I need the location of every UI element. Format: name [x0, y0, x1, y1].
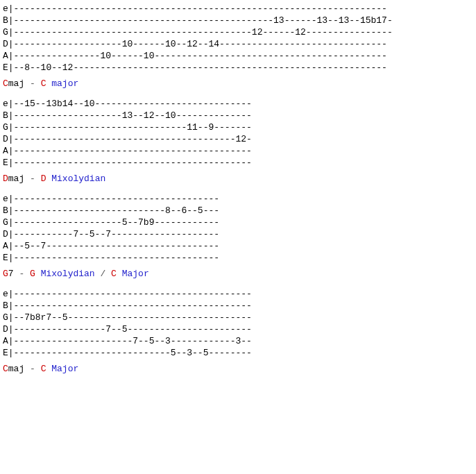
tab-string-G: G|--------------------------------------… [3, 27, 393, 37]
separator: - [24, 364, 40, 374]
scale-name: Mixolydian [35, 269, 95, 279]
chord-root: G [3, 269, 8, 279]
separator: - [24, 78, 40, 89]
tab-string-B: B|--------------------------------------… [3, 301, 252, 311]
tab-string-A: A|----------------------7--5--3---------… [3, 336, 252, 346]
tab-string-e: e|--------------------------------------… [3, 3, 387, 14]
tab-string-E: E|-----------------------------5--3--5--… [3, 348, 252, 358]
scale2-root: C [111, 269, 117, 279]
tab-block-3: e|--------------------------------------… [3, 193, 473, 264]
chord-quality: maj [8, 364, 24, 374]
chord-root: C [3, 364, 8, 374]
tab-block-1: e|--------------------------------------… [3, 3, 473, 74]
tab-string-e: e|--------------------------------------… [3, 289, 252, 299]
chord-label-4: Cmaj - C Major [3, 363, 473, 375]
tab-string-e: e|-------------------------------------- [3, 194, 219, 204]
tab-string-D: D|--------------------------------------… [3, 134, 252, 144]
chord-quality: maj [8, 173, 24, 184]
tab-string-G: G|--------------------5--7b9------------ [3, 217, 219, 228]
chord-root: C [3, 78, 8, 89]
tab-block-4: e|--------------------------------------… [3, 288, 473, 359]
slash-separator: / [95, 269, 111, 279]
chord-label-1: Cmaj - C major [3, 78, 473, 90]
tab-string-B: B|--------------------------------------… [3, 15, 393, 26]
scale-root: G [30, 269, 35, 279]
scale2-name: Major [117, 269, 149, 279]
chord-root: D [3, 173, 8, 184]
scale-name: major [46, 78, 78, 89]
tab-string-D: D|--------------------10------10--12--14… [3, 39, 387, 49]
tab-string-D: D|-----------------7--5-----------------… [3, 324, 252, 335]
tab-string-A: A|--------------------------------------… [3, 146, 252, 156]
chord-label-3: G7 - G Mixolydian / C Major [3, 268, 473, 280]
tab-string-e: e|--15--13b14--10-----------------------… [3, 99, 252, 109]
scale-name: Major [46, 364, 78, 374]
tab-string-B: B|----------------------------8--6--5--- [3, 205, 219, 216]
tab-string-E: E|--8--10--12---------------------------… [3, 62, 387, 73]
tab-string-B: B|--------------------13--12--10--------… [3, 110, 252, 121]
separator: - [24, 173, 40, 184]
tab-block-2: e|--15--13b14--10-----------------------… [3, 98, 473, 169]
chord-label-2: Dmaj - D Mixolydian [3, 173, 473, 185]
tab-string-G: G|--------------------------------11--9-… [3, 122, 252, 133]
tab-string-A: A|----------------10------10------------… [3, 51, 387, 61]
tab-string-G: G|--7b8r7--5----------------------------… [3, 312, 252, 323]
scale-name: Mixolydian [46, 173, 105, 184]
tab-string-A: A|--5--7-------------------------------- [3, 241, 219, 251]
separator: - [14, 269, 30, 279]
tab-string-D: D|-----------7--5--7-------------------- [3, 229, 219, 239]
chord-quality: 7 [8, 269, 14, 279]
tab-string-E: E|--------------------------------------… [3, 158, 252, 168]
tab-string-E: E|-------------------------------------- [3, 253, 219, 263]
chord-quality: maj [8, 78, 24, 89]
